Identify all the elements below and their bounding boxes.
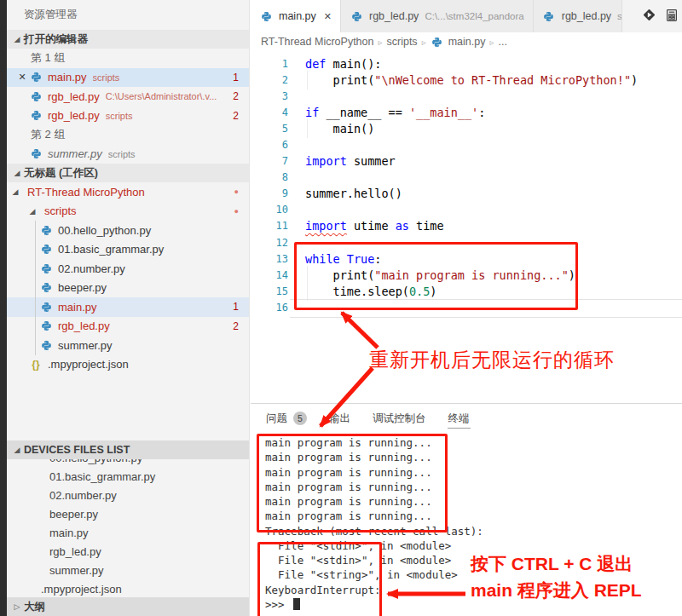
editor-group-label: 第 1 组 — [7, 49, 249, 68]
modified-dot-badge: ● — [234, 187, 239, 196]
device-file-item[interactable]: 02.number.py — [7, 486, 249, 504]
panel-tab-label: 问题 — [266, 412, 287, 426]
panel-tab-label: 输出 — [329, 412, 350, 426]
tree-file-item[interactable]: summer.py — [7, 336, 249, 355]
breadcrumb-separator-icon: ▹ — [378, 37, 382, 47]
device-file-label: 02.number.py — [49, 489, 117, 502]
line-number: 11 — [251, 220, 288, 232]
tree-file-item[interactable]: main.py1 — [7, 297, 249, 317]
device-file-item[interactable]: rgb_led.py — [7, 542, 249, 561]
workspace-root-folder[interactable]: ◢RT-Thread MicroPython● — [7, 182, 249, 202]
python-file-icon — [29, 91, 43, 102]
open-editor-item[interactable]: rgb_led.pyscripts2 — [7, 107, 249, 126]
problems-count-badge: 5 — [293, 412, 307, 425]
close-icon[interactable]: ✕ — [15, 72, 29, 83]
section-workspace[interactable]: ◢ 无标题 (工作区) — [7, 164, 249, 182]
chevron-expanded-icon: ◢ — [9, 187, 22, 196]
python-file-icon — [39, 282, 53, 293]
python-file-icon — [39, 225, 53, 236]
device-file-item[interactable]: main.py — [7, 523, 249, 542]
code-text: summer.hello() — [305, 187, 402, 200]
line-number: 12 — [251, 237, 288, 249]
code-line: 8 — [251, 170, 682, 186]
explorer-title: 资源管理器 — [7, 0, 249, 30]
code-token: as — [396, 219, 409, 233]
section-devices-files-list[interactable]: ◢ DEVICES FILES LIST — [7, 440, 249, 459]
error-count-badge: 1 — [233, 72, 239, 83]
code-editor[interactable]: 1def main():2 print("\nWelcome to RT-Thr… — [251, 51, 682, 316]
terminal-prompt-line: >>> — [265, 597, 682, 612]
panel-tab-active[interactable]: 终端 — [448, 410, 471, 429]
breadcrumb-separator-icon: ▹ — [422, 37, 426, 47]
tree-item-label: 01.basic_grammar.py — [58, 243, 164, 256]
breadcrumb-item[interactable]: main.py — [431, 36, 486, 48]
line-number: 5 — [251, 123, 288, 135]
breadcrumb-separator-icon: ▹ — [489, 37, 494, 47]
breadcrumb-item[interactable]: RT-Thread MicroPython — [261, 36, 373, 48]
breadcrumb-item[interactable]: scripts — [387, 36, 418, 48]
chevron-expanded-icon: ◢ — [10, 35, 24, 43]
python-file-icon — [29, 110, 43, 121]
device-file-item[interactable]: summer.py — [7, 561, 249, 579]
code-line: 3 — [251, 88, 682, 104]
tree-file-item[interactable]: beeper.py — [7, 279, 249, 298]
tabs: main.py✕rgb_led.pyC:\...\stm32l4_pandora… — [251, 0, 622, 32]
tree-file-item[interactable]: 01.basic_grammar.py — [7, 240, 249, 260]
tab-label: rgb_led.py — [562, 10, 611, 22]
code-text: print("\nWelcome to RT-Thread MicroPytho… — [305, 73, 638, 87]
section-outline[interactable]: ▷ 大纲 — [7, 597, 249, 616]
panel-tab-item[interactable]: 输出 — [328, 410, 351, 429]
terminal-output[interactable]: main program is running...main program i… — [265, 435, 682, 616]
code-line: 6 — [251, 136, 682, 153]
code-token: print( — [305, 73, 374, 87]
section-open-editors-label: 打开的编辑器 — [24, 32, 88, 47]
file-path-description: scripts — [108, 149, 136, 159]
code-token: import — [305, 154, 347, 168]
tree-file-item[interactable]: 02.number.py — [7, 259, 249, 279]
chevron-expanded-icon: ◢ — [26, 207, 39, 216]
tree-file-item[interactable]: rgb_led.py2 — [7, 317, 249, 337]
section-open-editors[interactable]: ◢ 打开的编辑器 — [7, 30, 249, 49]
open-editor-item[interactable]: ✕main.pyscripts1 — [7, 68, 249, 88]
tab-label: rgb_led.py — [369, 10, 419, 22]
error-count-badge: 1 — [233, 301, 239, 313]
tree-file-item[interactable]: 00.hello_python.py — [7, 221, 249, 240]
code-token: summer.hello() — [305, 187, 402, 200]
editor-tab[interactable]: main.py✕ — [251, 0, 341, 32]
python-file-icon — [542, 11, 556, 22]
terminal-line: File "<stdin>", in <module> — [265, 553, 682, 567]
line-number: 13 — [251, 253, 288, 265]
run-icon[interactable] — [641, 7, 657, 26]
tree-item-label: .mpyproject.json — [48, 358, 129, 371]
panel-tab-item[interactable]: 问题5 — [265, 410, 308, 429]
breadcrumb-item[interactable]: ... — [498, 36, 506, 48]
code-token: while — [305, 252, 340, 266]
terminal-cursor — [293, 598, 300, 610]
panel-tab-label: 调试控制台 — [373, 412, 426, 426]
open-editor-item[interactable]: rgb_led.pyC:\Users\Administrator\.v...2 — [7, 87, 249, 107]
terminal-line: main program is running... — [265, 509, 682, 523]
open-editor-item[interactable]: summer.pyscripts — [7, 145, 249, 164]
editor-tab[interactable]: rgb_led.pys — [534, 0, 622, 32]
device-file-item[interactable]: beeper.py — [7, 504, 249, 523]
device-file-item[interactable]: .mpyproject.json — [7, 579, 249, 598]
close-icon[interactable]: ✕ — [324, 11, 332, 22]
split-editor-icon[interactable] — [665, 9, 679, 25]
code-token: '__main__' — [409, 106, 478, 119]
code-token: ) — [631, 73, 638, 87]
code-token: main(): — [326, 57, 381, 71]
panel-tab-item[interactable]: 调试控制台 — [372, 410, 427, 429]
terminal-line: File "<string>", in <module> — [265, 567, 682, 582]
editor-tab[interactable]: rgb_led.pyC:\...\stm32l4_pandora — [341, 0, 534, 32]
breadcrumb: RT-Thread MicroPython▹scripts▹main.py▹..… — [251, 32, 682, 51]
breadcrumb-label: RT-Thread MicroPython — [261, 36, 373, 48]
python-file-icon — [39, 263, 53, 274]
device-file-item[interactable]: 01.basic_grammar.py — [7, 467, 249, 486]
tree-folder[interactable]: ◢scripts● — [7, 202, 249, 222]
tree-file-item[interactable]: {}.mpyproject.json — [7, 355, 249, 375]
line-number: 9 — [251, 187, 288, 199]
python-file-icon — [39, 340, 53, 351]
code-token: : — [478, 106, 485, 119]
file-path-description: scripts — [106, 111, 133, 121]
code-text: import utime as time — [305, 219, 444, 233]
